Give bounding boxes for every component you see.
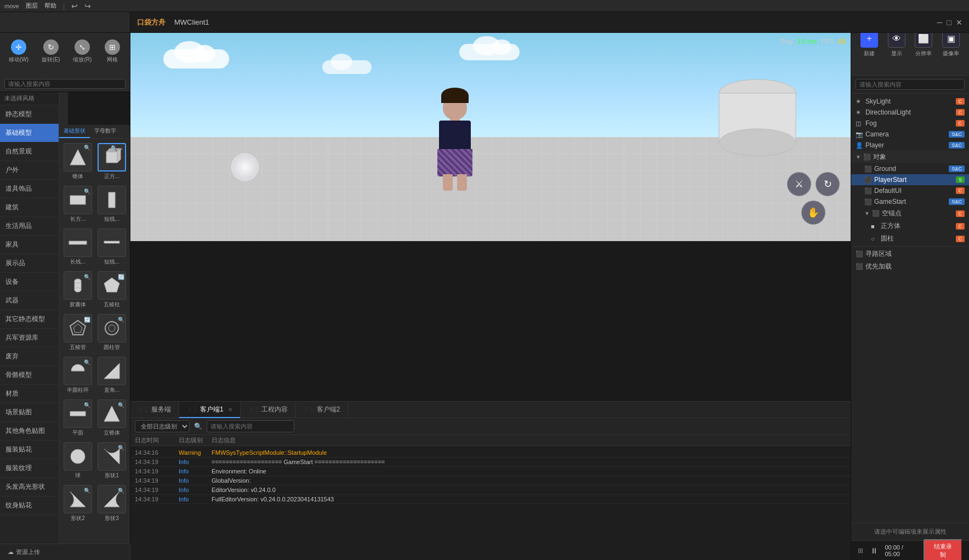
sidebar-item-army[interactable]: 兵军资源库 bbox=[0, 329, 59, 347]
model-search-icon4[interactable]: 🔍 bbox=[84, 274, 90, 280]
model-item-shape2[interactable]: 🔍 形状2 bbox=[61, 483, 94, 524]
tree-item-fog[interactable]: ◫ Fog C bbox=[851, 118, 969, 129]
left-search-input[interactable] bbox=[4, 79, 126, 89]
rt-new-btn[interactable]: ＋ 新建 bbox=[860, 30, 878, 58]
pb-record-btn[interactable]: 结束录制 bbox=[924, 539, 962, 561]
model-search-icon5[interactable]: 🔄 bbox=[118, 274, 124, 280]
tree-item-player[interactable]: 👤 Player S&C bbox=[851, 140, 969, 151]
tree-item-dirlight[interactable]: ☀ DirectionalLight C bbox=[851, 107, 969, 118]
tree-item-camera[interactable]: 📷 Camera S&C bbox=[851, 129, 969, 140]
model-item-capsule[interactable]: 🔍 胶囊体 bbox=[61, 269, 94, 311]
model-search-icon2[interactable]: 🔍 bbox=[111, 145, 117, 153]
tree-item-cube2[interactable]: ■ 正方体 C bbox=[851, 220, 969, 232]
tree-item-anchor[interactable]: ▼ ⬛ 空锚点 C bbox=[851, 207, 969, 220]
model-item-cylinder-tube[interactable]: 🔍 圆柱管 bbox=[95, 312, 128, 353]
tree-item-gamestart[interactable]: ⬛ GameStart S&C bbox=[851, 196, 969, 207]
sidebar-item-bone[interactable]: 骨骼模型 bbox=[0, 366, 59, 385]
tab-basic-shapes[interactable]: 基础形状 bbox=[59, 125, 90, 138]
tree-item-priority-load[interactable]: ⬛ 优先加载 bbox=[851, 260, 969, 273]
model-item-shortline[interactable]: 短线... bbox=[95, 184, 128, 225]
sidebar-item-material[interactable]: 材质 bbox=[0, 385, 59, 403]
console-tab-project[interactable]: ⋮⋮ 工程内容 bbox=[241, 402, 296, 418]
close-btn[interactable]: ✕ bbox=[956, 18, 962, 27]
model-search-icon10[interactable]: 🔍 bbox=[118, 402, 124, 408]
tree-item-defaultui[interactable]: ⬛ DefaultUI C bbox=[851, 185, 969, 196]
sidebar-item-cloth-tex[interactable]: 服装纹理 bbox=[0, 459, 59, 478]
model-search-icon13[interactable]: 🔍 bbox=[118, 488, 124, 494]
sidebar-item-basic[interactable]: 基础模型 bbox=[0, 124, 59, 142]
model-item-pyramid[interactable]: 🔍 立锥体 bbox=[95, 397, 128, 439]
menu-layers[interactable]: 图层 bbox=[26, 2, 38, 10]
sidebar-item-nature[interactable]: 自然景观 bbox=[0, 142, 59, 161]
scale-tool[interactable]: ⤡ 缩放(R) bbox=[69, 37, 96, 66]
rotate-tool[interactable]: ↻ 旋转(E) bbox=[37, 37, 64, 66]
model-search-icon8[interactable]: 🔍 bbox=[84, 359, 90, 365]
sidebar-item-other-char[interactable]: 其他角色贴图 bbox=[0, 422, 59, 441]
console-tab-server[interactable]: ⋮⋮ 服务端 bbox=[130, 402, 179, 418]
rt-capture-btn[interactable]: ▣ 摄像率 bbox=[942, 30, 960, 58]
tree-item-skylight[interactable]: ☀ SkyLight C bbox=[851, 96, 969, 107]
sidebar-item-clothing[interactable]: 服装贴花 bbox=[0, 441, 59, 459]
redo-btn[interactable]: ↪ bbox=[84, 2, 91, 10]
viewport[interactable]: Ping 15 ms FPS 60 ⚔ ↻ ✋ bbox=[130, 33, 851, 241]
model-item-rectangle[interactable]: 🔍 长方... bbox=[61, 184, 94, 225]
sidebar-item-static[interactable]: 静态模型 bbox=[0, 105, 59, 124]
model-item-right-angle[interactable]: 直角... bbox=[95, 355, 128, 396]
model-item-shortline2[interactable]: 短线... bbox=[95, 226, 128, 268]
model-search-icon7[interactable]: 🔍 bbox=[118, 317, 124, 323]
tab-alpha-num[interactable]: 字母数字 bbox=[90, 125, 121, 138]
right-search-input[interactable] bbox=[856, 79, 965, 90]
sidebar-item-furniture[interactable]: 家具 bbox=[0, 236, 59, 254]
tree-item-ground[interactable]: ⬛ Ground S&C bbox=[851, 163, 969, 174]
console-tab-client1[interactable]: ⋮⋮ 客户端1 ✕ bbox=[179, 402, 241, 418]
sidebar-item-scene-tex[interactable]: 场景贴图 bbox=[0, 403, 59, 422]
model-item-half-cylinder[interactable]: 🔍 半圆柱环 bbox=[61, 355, 94, 396]
sidebar-item-outdoor[interactable]: 户外 bbox=[0, 161, 59, 180]
sidebar-item-hair-shape[interactable]: 头发高光形状 bbox=[0, 478, 59, 496]
rt-display-btn[interactable]: 👁 显示 bbox=[888, 30, 905, 58]
console-tab-client2[interactable]: ⋮⋮ 客户端2 bbox=[296, 402, 349, 418]
sidebar-item-tattoo[interactable]: 纹身贴花 bbox=[0, 496, 59, 515]
console-tab-close-client1[interactable]: ✕ bbox=[228, 407, 232, 413]
tree-item-pathfinding[interactable]: ⬛ 寻路区域 bbox=[851, 248, 969, 260]
log-level-filter[interactable]: 全部日志级别 bbox=[135, 420, 190, 432]
asset-upload-btn[interactable]: ☁ 资源上传 bbox=[4, 546, 43, 558]
model-item-longline[interactable]: 长线... bbox=[61, 226, 94, 268]
tree-section-objects[interactable]: ▼ ⬛ 对象 bbox=[851, 151, 969, 163]
sidebar-item-road[interactable]: 道具饰品 bbox=[0, 180, 59, 198]
tree-item-playerstart[interactable]: ⬛ PlayerStart S bbox=[851, 174, 969, 185]
rt-resolution-btn[interactable]: ⬜ 分辨率 bbox=[915, 30, 932, 58]
model-search-icon6[interactable]: 🔄 bbox=[84, 317, 90, 323]
pb-grid-icon[interactable]: ⊞ bbox=[858, 547, 863, 555]
model-search-icon[interactable]: 🔍 bbox=[84, 145, 90, 151]
model-search-icon12[interactable]: 🔍 bbox=[84, 488, 90, 494]
sidebar-item-building[interactable]: 建筑 bbox=[0, 198, 59, 217]
model-item-sphere[interactable]: 球 bbox=[61, 440, 94, 482]
vp-ctrl-refresh[interactable]: ↻ bbox=[816, 172, 840, 196]
restore-btn[interactable]: □ bbox=[947, 18, 951, 27]
sidebar-item-weapon[interactable]: 武器 bbox=[0, 292, 59, 310]
model-search-icon11[interactable]: 🔍 bbox=[118, 445, 124, 451]
sidebar-item-other-static[interactable]: 其它静态模型 bbox=[0, 310, 59, 329]
grid-tool[interactable]: ⊞ 网格 bbox=[100, 37, 124, 66]
minimize-btn[interactable]: ─ bbox=[937, 18, 943, 27]
tree-item-cylinder[interactable]: ○ 圆柱 C bbox=[851, 232, 969, 245]
sidebar-item-display[interactable]: 展示品 bbox=[0, 254, 59, 273]
pb-pause-btn[interactable]: ⏸ bbox=[868, 544, 880, 557]
model-item-plane[interactable]: 🔍 平面 bbox=[61, 397, 94, 439]
sidebar-item-daily[interactable]: 生活用品 bbox=[0, 217, 59, 236]
sidebar-item-equipment[interactable]: 设备 bbox=[0, 273, 59, 292]
model-item-shape1[interactable]: 🔍 形状1 bbox=[95, 440, 128, 482]
model-item-cone[interactable]: 🔍 锥体 bbox=[61, 141, 94, 182]
model-search-icon9[interactable]: 🔍 bbox=[84, 402, 90, 408]
vp-ctrl-hand[interactable]: ✋ bbox=[801, 201, 825, 225]
vp-ctrl-sword[interactable]: ⚔ bbox=[787, 172, 811, 196]
model-item-penta-tube[interactable]: 🔄 五棱管 bbox=[61, 312, 94, 353]
model-item-shape3[interactable]: 🔍 形状3 bbox=[95, 483, 128, 524]
model-item-cube[interactable]: 🔍 ＋ 正方... bbox=[95, 141, 128, 182]
console-search-input[interactable] bbox=[207, 420, 294, 432]
model-search-icon3[interactable]: 🔍 bbox=[84, 188, 90, 195]
menu-help[interactable]: 帮助 bbox=[44, 2, 56, 10]
sidebar-item-trash[interactable]: 废弃 bbox=[0, 347, 59, 366]
model-add-icon[interactable]: ＋ bbox=[118, 145, 124, 153]
